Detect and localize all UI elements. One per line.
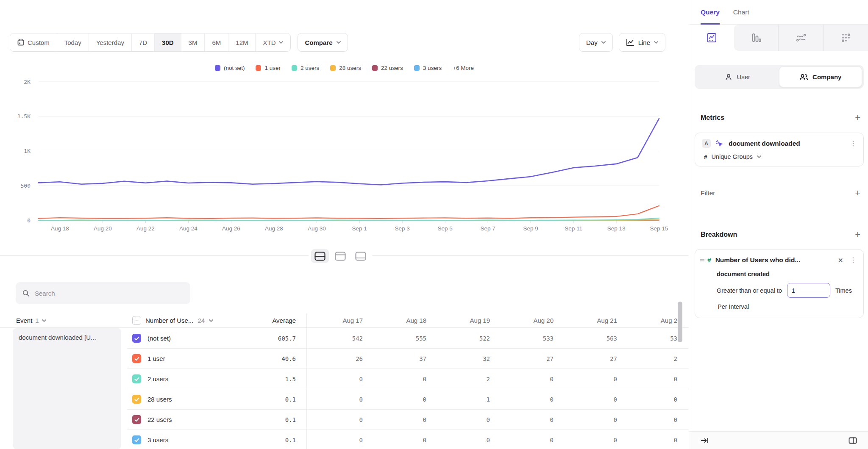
value-cell: 0 (296, 396, 363, 403)
legend-label: 3 users (423, 65, 442, 71)
add-filter-button[interactable]: + (855, 188, 860, 198)
metric-event-name: document downloaded (729, 140, 845, 147)
legend-item[interactable]: 1 user (256, 65, 281, 71)
scope-option-user[interactable]: User (696, 67, 779, 87)
per-interval-label[interactable]: Per Interval (718, 303, 857, 310)
svg-text:Sep 3: Sep 3 (395, 225, 410, 232)
legend-item[interactable]: 22 users (372, 65, 403, 71)
row-average: 605.7 (237, 335, 296, 342)
breakdown-event-name[interactable]: document created (717, 271, 857, 277)
value-cell: 0 (554, 376, 617, 382)
chevron-down-icon (337, 41, 341, 44)
svg-text:Sep 9: Sep 9 (523, 225, 538, 232)
row-checkbox-cell (127, 354, 147, 363)
value-cell: 0 (617, 396, 677, 403)
legend-item[interactable]: 3 users (414, 65, 442, 71)
value-cell: 0 (490, 376, 554, 382)
legend-more-button[interactable]: +6 More (453, 65, 474, 71)
date-column-header: Aug 20 (490, 317, 554, 324)
range-button-7d[interactable]: 7D (131, 33, 154, 51)
stream-chart-icon[interactable] (778, 25, 823, 51)
tab-query[interactable]: Query (701, 0, 720, 25)
value-cell: 27 (554, 355, 617, 362)
legend-swatch (256, 65, 261, 71)
columns-layout-icon[interactable] (849, 437, 857, 444)
row-checkbox[interactable] (132, 415, 141, 424)
panel-bottom-icon[interactable] (352, 249, 370, 263)
legend-label: 2 users (300, 65, 319, 71)
bar-chart-icon[interactable] (734, 25, 779, 51)
row-label: (not set) (147, 335, 237, 342)
table-scrollbar[interactable] (678, 302, 682, 342)
row-label: 3 users (147, 436, 237, 443)
chart-type-select[interactable]: Line (619, 33, 665, 52)
main-area: CustomTodayYesterday7D30D3M6M12MXTD Comp… (0, 0, 689, 449)
chevron-down-icon (757, 155, 761, 158)
svg-text:Aug 30: Aug 30 (308, 225, 326, 232)
range-button-6m[interactable]: 6M (204, 33, 228, 51)
row-label: 1 user (147, 355, 237, 362)
collapse-panel-icon[interactable] (701, 438, 709, 443)
tab-chart[interactable]: Chart (733, 0, 749, 25)
filter-heading: Filter (701, 189, 715, 197)
range-button-30d[interactable]: 30D (154, 33, 181, 51)
metric-card[interactable]: A document downloaded ⋮ # Unique Groups (695, 133, 864, 166)
drag-handle-icon[interactable] (700, 258, 705, 262)
table-rows: (not set) 605.7 54255552253356353 1 user… (0, 328, 689, 449)
legend-item[interactable]: 28 users (330, 65, 361, 71)
legend-label: 22 users (381, 65, 403, 71)
select-all-checkbox[interactable]: − (132, 316, 141, 325)
person-icon (725, 73, 732, 81)
legend-item[interactable]: (not set) (215, 65, 245, 71)
range-button-today[interactable]: Today (57, 33, 89, 51)
breakdown-section-header: Breakdown + (701, 229, 860, 240)
interval-select[interactable]: Day (579, 33, 613, 52)
range-button-custom[interactable]: Custom (10, 33, 57, 51)
dots-grid-icon[interactable] (823, 25, 868, 51)
add-breakdown-button[interactable]: + (855, 230, 860, 239)
legend-swatch (330, 65, 336, 71)
svg-text:Sep 1: Sep 1 (352, 225, 367, 232)
panel-tabs: Query Chart (689, 0, 868, 25)
close-icon[interactable]: × (838, 256, 843, 264)
search-input[interactable] (35, 290, 175, 297)
compare-button[interactable]: Compare (298, 33, 348, 52)
legend-item[interactable]: 2 users (292, 65, 319, 71)
rows-split-icon[interactable] (311, 249, 329, 263)
table-row: 3 users 0.1 000000 (0, 430, 689, 449)
value-cell: 1 (426, 396, 490, 403)
svg-text:1K: 1K (24, 148, 31, 154)
table-body: document downloaded [U... (not set) 605.… (0, 328, 689, 449)
event-column-header[interactable]: Event 1 (0, 317, 127, 324)
value-cell: 0 (617, 376, 677, 382)
kebab-menu-icon[interactable]: ⋮ (850, 140, 857, 147)
measure-label[interactable]: Unique Groups (712, 153, 753, 160)
row-label: 2 users (147, 375, 237, 382)
range-button-12m[interactable]: 12M (228, 33, 255, 51)
row-checkbox[interactable] (132, 374, 141, 383)
scope-option-company[interactable]: Company (779, 67, 862, 87)
line-chart[interactable]: 05001K1.5K2KAug 18Aug 20Aug 22Aug 24Aug … (0, 79, 689, 236)
add-metric-button[interactable]: + (855, 113, 860, 122)
value-cell: 0 (296, 437, 363, 443)
range-button-3m[interactable]: 3M (181, 33, 205, 51)
search-icon (22, 290, 30, 297)
condition-value-input[interactable] (787, 283, 830, 298)
range-button-yesterday[interactable]: Yesterday (89, 33, 131, 51)
breakdown-title: Number of Users who did... (715, 256, 838, 264)
row-checkbox[interactable] (132, 354, 141, 363)
users-column-header: − Number of Use... 24 (127, 316, 237, 325)
row-label: 22 users (147, 416, 237, 423)
condition-label[interactable]: Greater than or equal to (717, 287, 782, 294)
value-cell: 0 (363, 396, 426, 403)
table-row: 1 user 40.6 26373227272 (0, 349, 689, 369)
line-chart-icon[interactable] (689, 25, 734, 51)
row-checkbox[interactable] (132, 435, 141, 444)
value-cell: 522 (426, 335, 490, 342)
panel-top-icon[interactable] (331, 249, 349, 263)
kebab-menu-icon[interactable]: ⋮ (850, 257, 857, 263)
range-button-xtd[interactable]: XTD (255, 33, 290, 51)
svg-text:Aug 22: Aug 22 (136, 225, 155, 232)
row-checkbox[interactable] (132, 334, 141, 343)
row-checkbox[interactable] (132, 395, 141, 404)
